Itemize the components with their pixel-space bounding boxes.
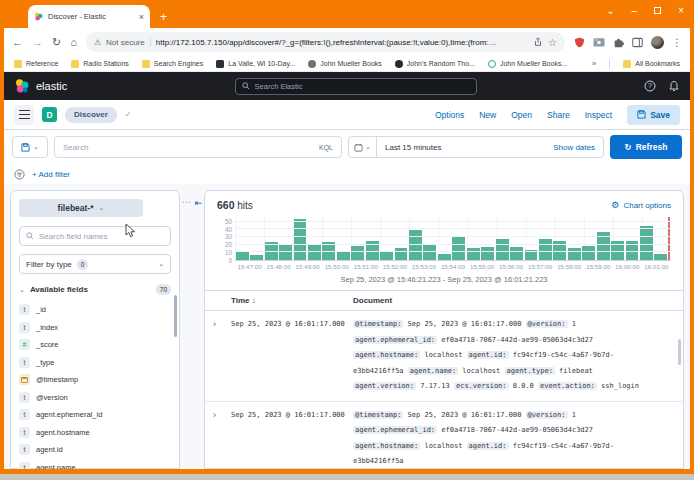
- field-chip[interactable]: agent.type:: [505, 367, 555, 375]
- screenshot-extension-icon[interactable]: [593, 37, 605, 47]
- field-chip[interactable]: @timestamp:: [353, 411, 403, 419]
- bookmark-item[interactable]: Search Engines: [142, 60, 203, 68]
- field-chip[interactable]: agent.hostname:: [353, 351, 420, 359]
- field-chip[interactable]: agent.id:: [467, 442, 509, 450]
- tab-close-icon[interactable]: ×: [139, 12, 144, 22]
- reload-icon[interactable]: ↻: [52, 36, 61, 49]
- url-text[interactable]: http://172.105.7.150/app/discover#/?_g=(…: [156, 38, 528, 47]
- field-chip[interactable]: agent.hostname:: [353, 442, 420, 450]
- kql-search-input[interactable]: Search KQL: [54, 136, 342, 158]
- histogram-bar[interactable]: [654, 254, 667, 260]
- index-pattern-selector[interactable]: filebeat-* ⌄: [19, 199, 143, 217]
- breadcrumb[interactable]: Discover: [65, 107, 117, 123]
- histogram-bar[interactable]: [409, 230, 422, 260]
- histogram-bar[interactable]: [308, 245, 321, 260]
- field-chip[interactable]: @version:: [526, 320, 568, 328]
- field-item[interactable]: @timestamp: [19, 373, 171, 386]
- global-search-input[interactable]: Search Elastic: [235, 78, 477, 95]
- refresh-button[interactable]: ↻ Refresh: [610, 135, 682, 159]
- field-item[interactable]: #_score: [19, 338, 171, 351]
- field-item[interactable]: tagent.hostname: [19, 426, 171, 439]
- field-item[interactable]: t_index: [19, 321, 171, 334]
- bookmark-item[interactable]: John Mueller Books...: [488, 60, 567, 68]
- histogram-bar[interactable]: [510, 247, 523, 260]
- nav-link-share[interactable]: Share: [547, 110, 570, 120]
- histogram-bar[interactable]: [481, 247, 494, 260]
- address-bar[interactable]: ⚠ Not secure http://172.105.7.150/app/di…: [86, 32, 565, 52]
- time-column-header[interactable]: Time ↓: [231, 296, 353, 305]
- histogram-bar[interactable]: [279, 245, 292, 260]
- table-row[interactable]: ›Sep 25, 2023 @ 16:01:17.000@timestamp: …: [205, 402, 683, 470]
- more-options-icon[interactable]: ⋯: [182, 199, 191, 205]
- collapse-sidebar-icon[interactable]: ⇤: [195, 199, 203, 207]
- browser-menu-icon[interactable]: ⋮: [672, 37, 682, 48]
- available-fields-header[interactable]: ⌄ Available fields 70: [19, 284, 171, 295]
- histogram-bar[interactable]: [250, 255, 263, 260]
- kql-label[interactable]: KQL: [319, 144, 333, 151]
- expand-row-icon[interactable]: ›: [213, 408, 231, 470]
- histogram-bar[interactable]: [452, 237, 465, 260]
- histogram-bar[interactable]: [539, 239, 552, 261]
- close-window-button[interactable]: ×: [678, 5, 684, 16]
- bookmark-item[interactable]: Reference: [14, 60, 58, 68]
- bookmark-item[interactable]: La Valle, WI 10-Day...: [216, 60, 295, 68]
- all-bookmarks-button[interactable]: All Bookmarks: [623, 60, 680, 68]
- histogram-bar[interactable]: [351, 246, 364, 260]
- histogram-bar[interactable]: [467, 248, 480, 260]
- tab-search-icon[interactable]: ⌄: [606, 5, 614, 16]
- histogram-bar[interactable]: [438, 254, 451, 260]
- bookmark-item[interactable]: John Mueller Books: [308, 60, 381, 68]
- table-scrollbar[interactable]: [678, 339, 681, 365]
- field-item[interactable]: t@version: [19, 391, 171, 404]
- maximize-button[interactable]: [654, 7, 661, 14]
- field-chip[interactable]: agent.ephemeral_id:: [353, 336, 437, 344]
- show-dates-link[interactable]: Show dates: [553, 143, 603, 152]
- field-item[interactable]: tagent.id: [19, 443, 171, 456]
- field-chip[interactable]: agent.ephemeral_id:: [353, 426, 437, 434]
- saved-query-menu-button[interactable]: ⌄: [12, 136, 48, 158]
- date-picker[interactable]: ⌄ Last 15 minutes Show dates: [348, 136, 604, 158]
- histogram-bar[interactable]: [395, 248, 408, 260]
- forward-icon[interactable]: →: [32, 36, 43, 48]
- histogram-bar[interactable]: [568, 248, 581, 260]
- browser-tab[interactable]: Discover - Elastic ×: [28, 5, 150, 28]
- field-chip[interactable]: @timestamp:: [353, 320, 403, 328]
- alerts-bell-icon[interactable]: [668, 80, 680, 92]
- histogram-bar[interactable]: [582, 246, 595, 260]
- hamburger-menu-icon[interactable]: [14, 105, 34, 125]
- adblock-shield-icon[interactable]: [574, 37, 585, 48]
- back-icon[interactable]: ←: [12, 36, 23, 48]
- field-item[interactable]: t_id: [19, 303, 171, 316]
- nav-link-open[interactable]: Open: [511, 110, 532, 120]
- field-item[interactable]: t_type: [19, 356, 171, 369]
- histogram-bar[interactable]: [423, 245, 436, 260]
- not-secure-label[interactable]: Not secure: [106, 38, 145, 47]
- help-icon[interactable]: ?: [644, 80, 656, 92]
- minimize-button[interactable]: –: [632, 5, 638, 16]
- extensions-puzzle-icon[interactable]: [613, 37, 624, 48]
- sidebar-scrollbar[interactable]: [174, 295, 177, 337]
- nav-link-new[interactable]: New: [479, 110, 496, 120]
- bookmark-item[interactable]: Radio Stations: [71, 60, 129, 68]
- field-chip[interactable]: agent.version:: [353, 382, 416, 390]
- field-search-input[interactable]: Search field names: [19, 226, 171, 246]
- field-item[interactable]: tagent.ephemeral_id: [19, 408, 171, 421]
- discover-app-badge[interactable]: D: [42, 107, 57, 122]
- histogram-bar[interactable]: [496, 239, 509, 261]
- sort-desc-icon[interactable]: ↓: [252, 296, 256, 305]
- home-icon[interactable]: ⌂: [70, 36, 77, 48]
- side-panel-icon[interactable]: [632, 37, 643, 48]
- field-chip[interactable]: ecs.version:: [454, 382, 509, 390]
- time-range-value[interactable]: Last 15 minutes: [377, 143, 553, 152]
- table-row[interactable]: ›Sep 25, 2023 @ 16:01:17.000@timestamp: …: [205, 311, 683, 402]
- share-icon[interactable]: [533, 37, 543, 47]
- nav-link-options[interactable]: Options: [435, 110, 464, 120]
- save-button[interactable]: Save: [627, 105, 680, 125]
- bookmark-star-icon[interactable]: ☆: [548, 37, 557, 48]
- filter-by-type-select[interactable]: Filter by type 0 ⌄: [19, 254, 171, 274]
- histogram-bar[interactable]: [294, 219, 307, 260]
- bookmark-item[interactable]: John's Random Tho...: [395, 60, 475, 68]
- field-chip[interactable]: @version:: [526, 411, 568, 419]
- field-chip[interactable]: event.action:: [538, 382, 597, 390]
- expand-row-icon[interactable]: ›: [213, 317, 231, 395]
